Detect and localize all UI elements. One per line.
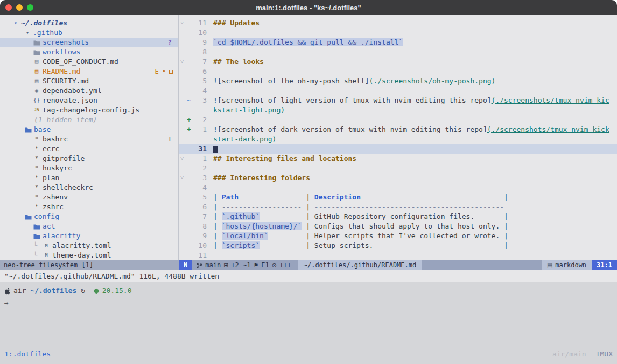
diagnostics-icon: ⚑ xyxy=(253,260,258,270)
line-text: ## Interesting files and locations xyxy=(213,154,617,163)
tree-item-tag-changelog-config-js[interactable]: JStag-changelog-config.js xyxy=(0,105,178,115)
minimize-button[interactable] xyxy=(16,4,23,11)
tree-item-zshenv[interactable]: *zshenv xyxy=(0,192,178,202)
line-number: 5 xyxy=(193,192,207,202)
tree-item-label: screenshots xyxy=(41,38,89,47)
editor-line[interactable]: ˅7## The looks xyxy=(179,57,617,67)
filetype-label: markdown xyxy=(555,260,586,270)
editor-line[interactable]: 10| `scripts` | Setup scripts. | xyxy=(179,241,617,251)
editor-line[interactable]: 5| Path | Description | xyxy=(179,192,617,202)
editor-line[interactable]: 4 xyxy=(179,183,617,192)
tree-item-theme-day-toml[interactable]: └Mtheme-day.toml xyxy=(0,251,178,260)
tree-item-bashrc[interactable]: *bashrcI xyxy=(0,134,178,144)
line-number: 8 xyxy=(193,47,207,57)
tree-item-shellcheckrc[interactable]: *shellcheckrc xyxy=(0,183,178,192)
git-sign: + xyxy=(185,115,193,125)
tree-item-readme-md[interactable]: ▤README.mdE• xyxy=(0,67,178,76)
tree-item-github[interactable]: ▾.github xyxy=(0,28,178,38)
editor-wrap-line[interactable]: start-dark.png) xyxy=(179,134,617,144)
line-number: 1 xyxy=(193,154,207,163)
editor-line[interactable]: 9| `local/bin` | Helper scripts that I'v… xyxy=(179,231,617,241)
tree-item-label: act xyxy=(41,222,55,231)
git-segment: main ⊞ +2 ~1 ⚑ E1 ⊙ +++ xyxy=(192,260,298,270)
editor-line[interactable]: 5![screenshot of the oh-my-posh shell](.… xyxy=(179,76,617,86)
tree-item-act[interactable]: act xyxy=(0,222,178,231)
prompt-cwd: ~/.dotfiles xyxy=(30,286,76,296)
tree-item-label: renovate.json xyxy=(41,96,97,105)
git-branch-name: main xyxy=(205,260,221,270)
tree-item-workflows[interactable]: workflows xyxy=(0,47,178,57)
editor-pane[interactable]: ˅11### Updates109`cd $HOME/.dotfiles && … xyxy=(179,15,617,260)
git-sign xyxy=(185,192,193,202)
line-number: 4 xyxy=(193,86,207,96)
editor-line[interactable]: 10 xyxy=(179,28,617,38)
editor-line[interactable]: 6| ------------------- | ---------------… xyxy=(179,202,617,212)
line-number: 9 xyxy=(193,231,207,241)
tree-item-dotfiles[interactable]: ▾~/.dotfiles xyxy=(0,18,178,28)
tree-guide: └ xyxy=(33,251,42,260)
git-sign xyxy=(185,231,193,241)
line-number: 4 xyxy=(193,183,207,192)
tree-item-security-md[interactable]: ▤SECURITY.md xyxy=(0,76,178,86)
tree-item-screenshots[interactable]: screenshots? xyxy=(0,38,178,47)
tree-item-label: config xyxy=(32,212,59,222)
chevron-down-icon: ▾ xyxy=(24,28,31,38)
tree-item-zshrc[interactable]: *zshrc xyxy=(0,202,178,212)
editor-line[interactable]: +2 xyxy=(179,115,617,125)
tree-item-renovate-json[interactable]: {}renovate.json xyxy=(0,96,178,105)
git-refresh-icon: ↻ xyxy=(81,286,85,296)
fold-icon xyxy=(179,231,185,241)
editor-line[interactable]: 31 xyxy=(179,144,617,154)
toml-icon: M xyxy=(42,241,51,251)
line-text: `cd $HOME/.dotfiles && git pull && ./ins… xyxy=(213,38,617,47)
editor-line[interactable]: 11 xyxy=(179,251,617,260)
statusline-file-path[interactable]: ~/.dotfiles/.github/README.md xyxy=(298,260,422,270)
editor-line[interactable]: 2 xyxy=(179,163,617,173)
editor-wrap-line[interactable]: kstart-light.png) xyxy=(179,105,617,115)
editor-line[interactable]: 7| `.github` | GitHub Repository configu… xyxy=(179,212,617,222)
line-text xyxy=(213,163,617,173)
shell-prompt: air ~/.dotfiles ↻ 20.15.0 xyxy=(4,286,613,296)
tree-item-config[interactable]: config xyxy=(0,212,178,222)
tree-item-alacritty[interactable]: alacritty xyxy=(0,231,178,241)
fold-icon xyxy=(179,144,185,154)
editor-line[interactable]: ˅11### Updates xyxy=(179,18,617,28)
tree-item-label: ecrc xyxy=(41,144,59,154)
node-version: 20.15.0 xyxy=(102,286,132,296)
git-sign xyxy=(185,144,193,154)
zoom-button[interactable] xyxy=(27,4,33,11)
editor-line[interactable]: 8 xyxy=(179,47,617,57)
tree-item-huskyrc[interactable]: *huskyrc xyxy=(0,163,178,173)
tree-item-base[interactable]: base xyxy=(0,125,178,134)
editor-line[interactable]: 8| `hosts/{hostname}/` | Configs that sh… xyxy=(179,222,617,231)
tmux-window-label[interactable]: 1:.dotfiles xyxy=(4,349,51,359)
tree-item-gitprofile[interactable]: *gitprofile xyxy=(0,154,178,163)
fold-icon xyxy=(179,76,185,86)
command-line-message: "~/.dotfiles/.github/README.md" 116L, 44… xyxy=(0,270,617,282)
editor-line[interactable]: ˅1## Interesting files and locations xyxy=(179,154,617,163)
tree-item-code-of-conduct-md[interactable]: ▤CODE_OF_CONDUCT.md xyxy=(0,57,178,67)
editor-line[interactable]: ˅3### Interesting folders xyxy=(179,173,617,183)
editor-line[interactable]: ~3![screenshot of light version of tmux … xyxy=(179,96,617,105)
tree-item-label: bashrc xyxy=(41,134,68,144)
editor-line[interactable]: 6 xyxy=(179,67,617,76)
shell-pane[interactable]: air ~/.dotfiles ↻ 20.15.0 → 1:.dotfiles … xyxy=(0,282,617,364)
tree-item-1-hidden-item[interactable]: (1 hidden item) xyxy=(0,115,178,125)
editor-line[interactable]: +1![screenshot of dark version of tmux w… xyxy=(179,125,617,134)
tree-item-label: shellcheckrc xyxy=(41,183,93,192)
editor-line[interactable]: 9`cd $HOME/.dotfiles && git pull && ./in… xyxy=(179,38,617,47)
close-button[interactable] xyxy=(5,4,12,11)
tmux-right: air/main TMUX xyxy=(552,349,613,359)
git-sign xyxy=(185,38,193,47)
line-text: kstart-light.png) xyxy=(213,105,617,115)
markdown-file-icon: ▤ xyxy=(32,67,41,76)
tree-item-alacritty-toml[interactable]: └Malacritty.toml xyxy=(0,241,178,251)
tree-item-plan[interactable]: *plan xyxy=(0,173,178,183)
tree-item-ecrc[interactable]: *ecrc xyxy=(0,144,178,154)
editor-line[interactable]: 4 xyxy=(179,86,617,96)
line-number xyxy=(193,134,207,144)
git-sign xyxy=(185,76,193,86)
fold-icon xyxy=(179,134,185,144)
line-text xyxy=(213,28,617,38)
tree-item-dependabot-yml[interactable]: ◉dependabot.yml xyxy=(0,86,178,96)
